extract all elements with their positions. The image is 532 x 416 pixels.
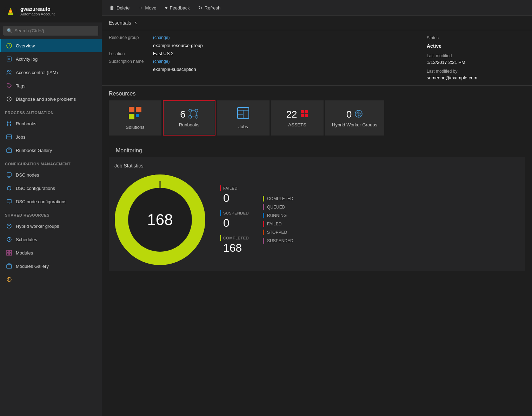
sidebar-item-runbooks-gallery[interactable]: Runbooks Gallery <box>0 144 102 157</box>
search-box[interactable]: 🔍 <box>4 26 98 35</box>
donut-total: 168 <box>147 211 173 229</box>
resource-card-hybrid[interactable]: 0 Hybrid Worker Groups <box>325 100 384 136</box>
svg-rect-18 <box>7 135 12 139</box>
location-value: East US 2 <box>153 51 174 56</box>
monitoring-title: Monitoring <box>109 143 525 157</box>
monitoring-section: Monitoring Job Statistics <box>102 143 532 271</box>
failed-label-row: FAILED <box>220 185 249 191</box>
svg-line-49 <box>192 112 195 115</box>
subscription-value[interactable]: example-subscription <box>153 67 196 72</box>
failed-bar <box>220 185 221 191</box>
refresh-button[interactable]: ↻ Refresh <box>198 4 221 12</box>
resource-card-solutions[interactable]: Solutions <box>109 100 161 136</box>
sidebar-item-runbooks[interactable]: Runbooks <box>0 117 102 130</box>
sidebar-header: ⚡ gwazureauto Automation Account <box>0 0 102 22</box>
svg-point-10 <box>8 85 9 85</box>
sidebar-item-jobs[interactable]: Jobs <box>0 130 102 144</box>
svg-point-44 <box>195 115 198 118</box>
jobs-card-icon <box>237 107 250 122</box>
feedback-button[interactable]: ♥ Feedback <box>164 4 190 12</box>
job-stats-title: Job Statistics <box>114 163 519 169</box>
runbooks-count: 6 <box>180 109 186 120</box>
hybrid-worker-groups-icon <box>6 223 12 229</box>
search-input[interactable] <box>14 28 95 33</box>
legend-stopped-label: STOPPED <box>267 230 287 235</box>
stat-completed: COMPLETED 168 <box>220 235 249 255</box>
modules-gallery-icon <box>6 263 12 269</box>
toolbar: 🗑 Delete → Move ♥ Feedback ↻ Refresh <box>102 0 532 16</box>
location-row: Location East US 2 <box>109 51 413 56</box>
essentials-header[interactable]: Essentials ∧ <box>102 16 532 30</box>
search-icon: 🔍 <box>7 28 12 33</box>
sidebar-item-dsc-node-configs[interactable]: DSC node configurations <box>0 195 102 208</box>
sidebar-item-modules[interactable]: Modules <box>0 246 102 259</box>
resource-card-jobs[interactable]: Jobs <box>217 100 270 136</box>
jobs-icon <box>6 134 12 140</box>
legend-queued: QUEUED <box>263 204 293 210</box>
delete-label: Delete <box>117 5 130 11</box>
delete-button[interactable]: 🗑 Delete <box>109 4 131 12</box>
last-modified-value: 1/13/2017 2:21 PM <box>427 60 465 65</box>
sidebar-item-activity-log[interactable]: Activity log <box>0 52 102 66</box>
move-button[interactable]: → Move <box>138 4 157 12</box>
dsc-node-configs-icon <box>6 198 12 205</box>
assets-icon <box>300 110 308 119</box>
suspended-bar <box>220 210 221 216</box>
sidebar-item-label: Schedules <box>16 237 37 242</box>
app-logo: ⚡ <box>4 5 17 18</box>
refresh-icon: ↻ <box>198 5 202 11</box>
completed-label: COMPLETED <box>223 236 249 240</box>
stat-group-primary: FAILED 0 SUSPENDED 0 <box>220 185 249 255</box>
schedules-icon <box>6 236 12 243</box>
last-modified-by-label: Last modified by <box>427 69 457 74</box>
runbooks-icon <box>6 120 12 127</box>
svg-point-42 <box>195 109 198 112</box>
resource-group-change[interactable]: (change) <box>153 35 169 40</box>
main-content: 🗑 Delete → Move ♥ Feedback ↻ Refresh Ess… <box>102 0 532 416</box>
extra-icon: ! <box>6 276 12 283</box>
subscription-change[interactable]: (change) <box>153 59 169 64</box>
sidebar-item-modules-gallery[interactable]: Modules Gallery <box>0 259 102 273</box>
svg-point-8 <box>8 71 9 72</box>
svg-rect-39 <box>129 114 134 119</box>
sidebar-item-label: Hybrid worker groups <box>16 224 59 229</box>
legend-queued-label: QUEUED <box>267 205 285 210</box>
move-label: Move <box>145 5 157 11</box>
legend-running-color <box>263 213 264 218</box>
essentials-title: Essentials <box>109 20 131 26</box>
delete-icon: 🗑 <box>109 5 114 11</box>
feedback-icon: ♥ <box>165 5 167 11</box>
sidebar-item-label: DSC configurations <box>16 186 55 191</box>
resource-group-row: Resource group (change) <box>109 35 413 40</box>
sidebar-item-extra[interactable]: ! <box>0 273 102 286</box>
suspended-value: 0 <box>220 217 249 230</box>
svg-rect-32 <box>9 253 12 255</box>
legend-completed: COMPLETED <box>263 196 293 202</box>
sidebar-item-dsc-configs[interactable]: DSC configurations <box>0 181 102 195</box>
sidebar-item-overview[interactable]: Overview <box>0 39 102 52</box>
sidebar-item-diagnose[interactable]: Diagnose and solve problems <box>0 92 102 106</box>
resource-card-runbooks[interactable]: 6 <box>163 100 215 136</box>
sidebar-item-schedules[interactable]: Schedules <box>0 233 102 246</box>
solutions-label: Solutions <box>126 125 144 130</box>
svg-rect-29 <box>7 250 9 252</box>
resource-card-assets[interactable]: 22 ASSETS <box>271 100 324 136</box>
legend-completed-label: COMPLETED <box>267 196 293 201</box>
sidebar-item-label: Activity log <box>16 57 38 62</box>
hybrid-count-row: 0 <box>346 109 363 120</box>
sidebar-item-dsc-nodes[interactable]: DSC nodes <box>0 168 102 181</box>
sidebar-item-hybrid-worker-groups[interactable]: Hybrid worker groups <box>0 219 102 233</box>
location-label: Location <box>109 51 151 56</box>
svg-rect-5 <box>7 57 11 61</box>
svg-point-43 <box>189 115 192 118</box>
resources-grid: Solutions 6 <box>102 100 532 143</box>
resource-group-label: Resource group <box>109 35 151 40</box>
move-icon: → <box>138 5 143 11</box>
donut-chart: 168 <box>114 174 206 265</box>
section-config-management: CONFIGURATION MANAGEMENT <box>0 157 102 168</box>
resource-group-value[interactable]: example-resource-group <box>153 43 203 48</box>
sidebar-item-tags[interactable]: Tags <box>0 79 102 92</box>
svg-rect-37 <box>129 107 134 112</box>
sidebar-item-access-control[interactable]: Access control (IAM) <box>0 66 102 79</box>
completed-label-row: COMPLETED <box>220 235 249 241</box>
